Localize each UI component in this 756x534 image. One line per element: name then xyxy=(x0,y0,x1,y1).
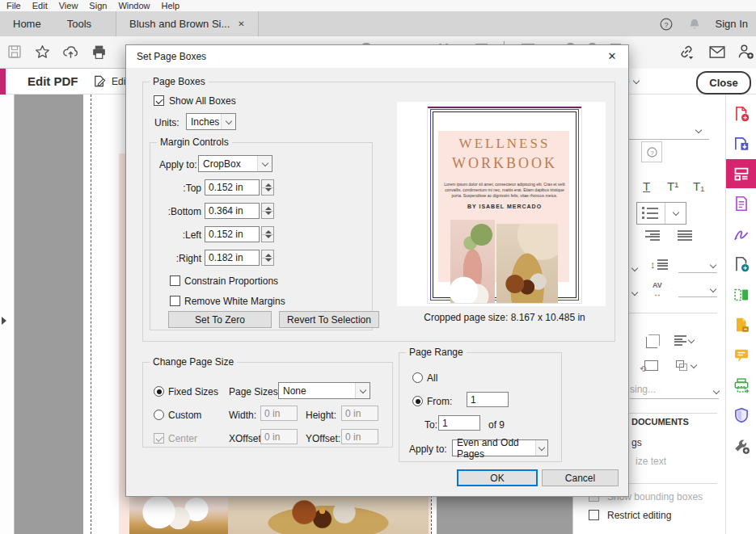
page-boxes-legend: Page Boxes xyxy=(150,76,209,87)
dialog-close-icon[interactable]: ✕ xyxy=(606,50,619,62)
align-right-button[interactable] xyxy=(645,230,660,241)
apply-to-label: Apply to: xyxy=(159,159,197,170)
chevron-down-icon xyxy=(695,127,702,133)
tab-bar: Home Tools Blush and Brown Si... ✕ xyxy=(0,11,756,36)
left-margin-stepper[interactable] xyxy=(261,226,274,242)
help-icon[interactable]: ? xyxy=(659,17,674,32)
yoffset-field[interactable] xyxy=(341,429,378,444)
height-field[interactable] xyxy=(341,406,378,421)
show-all-boxes-checkbox[interactable] xyxy=(154,95,164,106)
chevron-down-icon[interactable] xyxy=(631,289,638,296)
close-tab-icon[interactable]: ✕ xyxy=(238,19,244,28)
justify-button[interactable] xyxy=(678,230,692,241)
cotton-bowl-photo xyxy=(129,494,228,534)
character-spacing-combo[interactable] xyxy=(678,282,717,297)
constrain-proportions-checkbox[interactable] xyxy=(170,275,180,286)
top-margin-field[interactable] xyxy=(205,179,260,196)
link-icon[interactable] xyxy=(678,43,695,61)
menu-help[interactable]: Help xyxy=(162,1,180,11)
right-margin-field[interactable] xyxy=(205,250,260,266)
bottom-margin-field[interactable] xyxy=(205,203,260,219)
menu-edit[interactable]: Edit xyxy=(32,1,48,11)
from-radio[interactable] xyxy=(412,396,423,406)
protect-icon[interactable] xyxy=(733,406,750,424)
custom-radio[interactable] xyxy=(154,410,164,420)
from-field[interactable] xyxy=(467,392,509,407)
create-pdf-icon[interactable] xyxy=(733,105,750,123)
fill-and-sign-icon[interactable] xyxy=(733,225,750,243)
compress-pdf-icon[interactable] xyxy=(733,316,750,334)
right-margin-stepper[interactable] xyxy=(261,250,274,266)
center-checkbox[interactable] xyxy=(154,433,164,444)
recognize-text-fragment[interactable]: ize text xyxy=(636,456,666,467)
save-icon[interactable] xyxy=(6,44,23,60)
character-spacing-icon: AV↔ xyxy=(653,281,662,298)
numbered-list-button[interactable] xyxy=(636,202,686,225)
fixed-sizes-radio[interactable] xyxy=(154,386,164,397)
xoffset-field[interactable] xyxy=(260,429,298,444)
line-spacing-combo[interactable] xyxy=(678,258,717,273)
tab-tools[interactable]: Tools xyxy=(54,11,104,36)
remove-white-margins-checkbox[interactable] xyxy=(170,296,180,306)
fixed-sizes-label: Fixed Sizes xyxy=(168,386,218,397)
left-margin-field[interactable] xyxy=(205,226,260,242)
cover-body-line: convallis, condimentum mi nec, mattis er… xyxy=(428,187,581,193)
tab-home[interactable]: Home xyxy=(0,11,54,36)
email-envelope-icon[interactable] xyxy=(708,44,726,60)
align-objects-button[interactable] xyxy=(674,335,694,346)
expand-panel-arrow-icon[interactable] xyxy=(2,317,6,325)
page-sizes-select[interactable]: None xyxy=(278,382,370,399)
menu-view[interactable]: View xyxy=(59,1,78,11)
settings-link-fragment[interactable]: gs xyxy=(631,437,642,448)
width-field[interactable] xyxy=(260,406,298,421)
chevron-down-icon[interactable] xyxy=(631,265,638,271)
menu-file[interactable]: File xyxy=(6,1,21,11)
dialog-titlebar[interactable]: Set Page Boxes ✕ xyxy=(126,45,628,68)
cancel-button[interactable]: Cancel xyxy=(542,469,619,486)
close-button[interactable]: Close xyxy=(696,71,751,95)
arrange-objects-button[interactable] xyxy=(676,360,696,371)
star-favorite-icon[interactable] xyxy=(34,44,51,61)
add-user-icon[interactable] xyxy=(737,43,754,61)
left-panel-rail[interactable] xyxy=(0,95,15,534)
underline-button[interactable]: T xyxy=(643,179,650,193)
set-to-zero-button[interactable]: Set To Zero xyxy=(168,311,272,328)
export-pdf-icon[interactable] xyxy=(733,135,750,153)
bottom-margin-stepper[interactable] xyxy=(261,203,274,219)
to-label: To: xyxy=(424,419,437,431)
svg-text:?: ? xyxy=(664,20,668,28)
notifications-bell-icon[interactable] xyxy=(687,17,702,32)
revert-to-selection-button[interactable]: Revert To Selection xyxy=(279,311,379,328)
range-apply-to-label: Apply to: xyxy=(409,444,447,455)
sizing-combo-fragment[interactable]: sing... xyxy=(630,384,719,399)
print-icon[interactable] xyxy=(91,44,108,61)
all-pages-radio[interactable] xyxy=(412,372,423,383)
font-help-button[interactable]: ? xyxy=(641,141,662,162)
add-pdf-icon[interactable] xyxy=(733,255,750,273)
edit-pdf-icon[interactable] xyxy=(733,165,750,183)
sign-in-button[interactable]: Sign In xyxy=(716,18,748,30)
menu-sign[interactable]: Sign xyxy=(89,1,107,11)
edit-tool-button[interactable]: Edit xyxy=(92,74,129,89)
ok-button[interactable]: OK xyxy=(457,469,538,486)
prepare-form-icon[interactable] xyxy=(733,195,750,212)
to-field[interactable] xyxy=(438,415,480,431)
more-tools-icon[interactable] xyxy=(733,437,750,455)
replace-image-button[interactable]: ⟲ xyxy=(644,360,658,373)
share-cloud-upload-icon[interactable] xyxy=(62,44,79,61)
top-margin-stepper[interactable] xyxy=(261,179,274,196)
units-select[interactable]: Inches xyxy=(186,113,236,130)
comment-icon[interactable] xyxy=(733,347,750,364)
restrict-editing-label: Restrict editing xyxy=(607,510,671,521)
tab-document[interactable]: Blush and Brown Si... ✕ xyxy=(116,11,259,36)
apply-to-select[interactable]: CropBox xyxy=(198,155,272,172)
organize-pages-icon[interactable] xyxy=(733,286,750,304)
superscript-button[interactable]: T¹ xyxy=(667,179,678,193)
range-apply-to-select[interactable]: Even and Odd Pages xyxy=(452,439,548,456)
restrict-editing-checkbox[interactable] xyxy=(589,510,599,520)
cover-title-line2: WORKBOOK xyxy=(428,155,581,172)
print-production-icon[interactable] xyxy=(733,376,750,394)
menu-window[interactable]: Window xyxy=(118,1,150,11)
subscript-button[interactable]: T₁ xyxy=(693,179,704,193)
preview-vase-photo xyxy=(450,220,495,303)
